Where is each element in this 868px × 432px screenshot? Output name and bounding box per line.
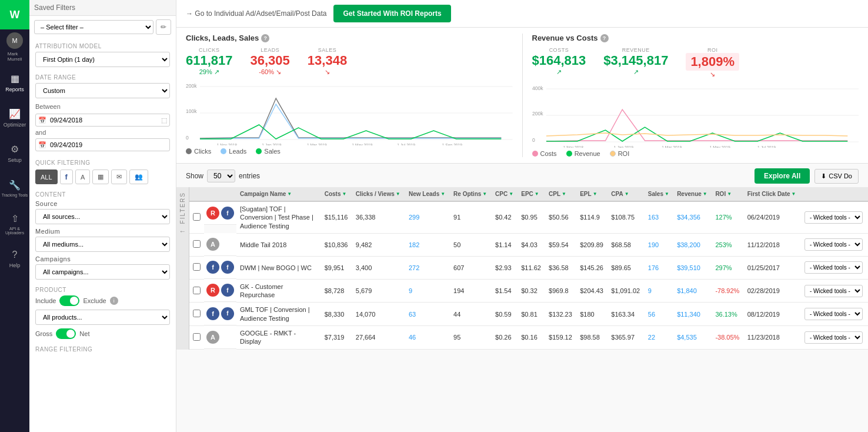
row-wicked-5[interactable]: - Wicked tools - xyxy=(801,326,868,350)
content-section: CONTENT Source All sources... Medium All… xyxy=(29,189,176,284)
saved-filter-select[interactable]: – Select filter – xyxy=(34,20,153,34)
date-range-select[interactable]: Custom xyxy=(35,83,170,98)
edit-filter-button[interactable]: ✏ xyxy=(156,19,171,35)
th-cpa[interactable]: CPA ▼ xyxy=(607,187,645,201)
row-roi-3: -78.92% xyxy=(712,279,743,303)
th-roi[interactable]: ROI ▼ xyxy=(712,187,743,201)
th-sales[interactable]: Sales ▼ xyxy=(645,187,673,201)
qf-social-button[interactable]: 👥 xyxy=(129,170,148,184)
attribution-select[interactable]: First Optin (1 day) xyxy=(35,52,170,67)
th-re-optins[interactable]: Re Optins ▼ xyxy=(450,187,492,201)
th-epc[interactable]: EPC ▼ xyxy=(518,187,545,201)
wicked-select-2[interactable]: - Wicked tools - xyxy=(804,261,863,274)
campaign-sort-icon: ▼ xyxy=(287,191,292,197)
tracking-icon: 🔧 xyxy=(9,180,21,191)
new-leads-val-1: 182 xyxy=(409,241,419,248)
wicked-select-3[interactable]: - Wicked tools - xyxy=(804,285,863,297)
nav-label-setup: Setup xyxy=(8,157,22,163)
checkbox-2[interactable] xyxy=(193,263,201,271)
sales-val-0: 163 xyxy=(648,214,659,221)
row-wicked-4[interactable]: - Wicked tools - xyxy=(801,303,868,326)
row-wicked-0[interactable]: - Wicked tools - xyxy=(801,201,868,233)
row-checkbox-5[interactable] xyxy=(189,326,204,350)
explore-all-button[interactable]: Explore All xyxy=(755,168,810,184)
source-select[interactable]: All sources... xyxy=(35,209,170,224)
qf-facebook-button[interactable]: f xyxy=(60,170,73,184)
cost-val-1: $10,836 xyxy=(325,241,348,248)
th-new-leads[interactable]: New Leads ▼ xyxy=(405,187,450,201)
nav-item-reports[interactable]: ▦ Reports xyxy=(0,65,29,100)
row-campaign-3: GK - Customer Repurchase xyxy=(236,279,321,303)
new-leads-val-3: 9 xyxy=(409,287,412,294)
go-to-link[interactable]: → Go to Individual Ad/Adset/Email/Post D… xyxy=(186,9,326,18)
checkbox-5[interactable] xyxy=(193,333,201,341)
entries-select[interactable]: 50 xyxy=(207,170,235,182)
app-logo[interactable]: W xyxy=(0,0,29,29)
th-revenue[interactable]: Revenue ▼ xyxy=(673,187,712,201)
content-label: CONTENT xyxy=(35,191,170,198)
row-new-leads-0: 299 xyxy=(405,201,450,233)
row-cost-4: $8,330 xyxy=(321,303,352,326)
qf-email-button[interactable]: ✉ xyxy=(111,170,127,184)
gross-toggle[interactable] xyxy=(56,328,76,339)
checkbox-1[interactable] xyxy=(193,240,201,248)
revenue-val-4: $11,340 xyxy=(677,311,700,318)
th-cpc[interactable]: CPC ▼ xyxy=(492,187,518,201)
th-campaign[interactable]: Campaign Name ▼ xyxy=(236,187,321,201)
revenue-val-0: $34,356 xyxy=(677,214,700,221)
row-wicked-2[interactable]: - Wicked tools - xyxy=(801,256,868,279)
th-epl[interactable]: EPL ▼ xyxy=(576,187,607,201)
clicks-change: 29% ↗ xyxy=(186,68,233,76)
start-date-input[interactable] xyxy=(35,114,170,127)
nav-label-api: API & Uploaders xyxy=(0,227,29,235)
row-clicks-4: 14,070 xyxy=(352,303,405,326)
checkbox-3[interactable] xyxy=(193,287,201,294)
th-costs[interactable]: Costs ▼ xyxy=(321,187,352,201)
get-started-button[interactable]: Get Started With ROI Reports xyxy=(333,5,450,22)
nav-item-profile[interactable]: M MarkMurrell xyxy=(0,29,29,65)
cls-help-icon[interactable]: ? xyxy=(261,34,269,42)
wicked-select-1[interactable]: - Wicked tools - xyxy=(804,238,863,251)
checkbox-4[interactable] xyxy=(193,310,201,317)
nav-item-tracking[interactable]: 🔧 Tracking Tools xyxy=(0,171,29,206)
legend-clicks: Clicks xyxy=(186,148,211,155)
rvc-help-icon[interactable]: ? xyxy=(600,34,609,42)
row-wicked-3[interactable]: - Wicked tools - xyxy=(801,279,868,303)
exclude-info-icon[interactable]: i xyxy=(110,297,118,305)
row-checkbox-4[interactable] xyxy=(189,303,204,326)
nav-item-setup[interactable]: ⚙ Setup xyxy=(0,135,29,171)
th-first-click[interactable]: First Click Date ▼ xyxy=(744,187,801,201)
medium-select[interactable]: All mediums... xyxy=(35,237,170,252)
row-checkbox-3[interactable] xyxy=(189,279,204,303)
row-icons-3: R f xyxy=(204,279,236,302)
filters-vertical[interactable]: FILTERS ← xyxy=(176,187,189,350)
setup-icon: ⚙ xyxy=(11,144,19,155)
sales-val-2: 176 xyxy=(648,264,659,271)
wicked-select-4[interactable]: - Wicked tools - xyxy=(804,308,863,320)
row-roi-4: 36.13% xyxy=(712,303,743,326)
campaigns-select[interactable]: All campaigns... xyxy=(35,264,170,280)
table-scroll[interactable]: Campaign Name ▼ Costs ▼ Clicks / Views ▼… xyxy=(189,187,868,350)
qf-text-button[interactable]: ▦ xyxy=(92,170,109,184)
row-checkbox-2[interactable] xyxy=(189,256,204,279)
include-toggle[interactable] xyxy=(59,295,79,306)
nav-item-optimizer[interactable]: 📈 Optimizer xyxy=(0,100,29,135)
th-cpl[interactable]: CPL ▼ xyxy=(545,187,576,201)
th-clicks[interactable]: Clicks / Views ▼ xyxy=(352,187,405,201)
exclude-label: Exclude xyxy=(83,297,106,304)
row-wicked-1[interactable]: - Wicked tools - xyxy=(801,233,868,256)
checkbox-0[interactable] xyxy=(193,213,201,221)
legend-sales: Sales xyxy=(256,148,281,155)
nav-item-api[interactable]: ⇧ API & Uploaders xyxy=(0,206,29,241)
qf-all-button[interactable]: ALL xyxy=(35,170,58,184)
end-date-input[interactable] xyxy=(35,138,170,151)
products-select[interactable]: All products... xyxy=(35,310,170,325)
wicked-select-5[interactable]: - Wicked tools - xyxy=(804,331,863,344)
csv-button[interactable]: ⬇ CSV Do xyxy=(814,169,859,184)
wicked-select-0[interactable]: - Wicked tools - xyxy=(804,211,863,224)
nav-item-help[interactable]: ? Help xyxy=(0,241,29,277)
row-checkbox-0[interactable] xyxy=(189,201,204,233)
qf-adwords-button[interactable]: A xyxy=(75,170,90,184)
row-checkbox-1[interactable] xyxy=(189,233,204,256)
cls-title: Clicks, Leads, Sales ? xyxy=(186,34,513,42)
